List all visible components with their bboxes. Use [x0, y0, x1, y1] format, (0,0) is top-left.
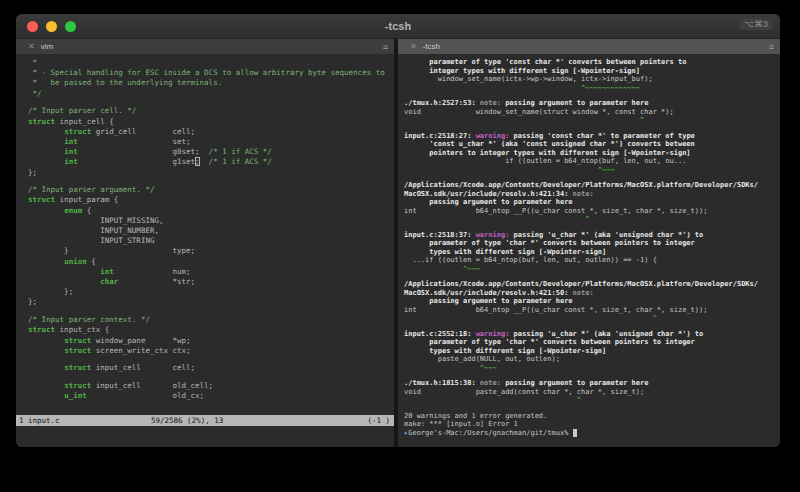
terminal-line — [28, 178, 394, 186]
terminal-line: }; — [28, 297, 394, 307]
pane-vim[interactable]: ✕ vim ≡ * * - Special handling for ESC i… — [16, 39, 394, 447]
terminal-line: int g0set; /* 1 if ACS */ — [28, 147, 394, 157]
terminal-line: 20 warnings and 1 error generated. — [404, 412, 780, 421]
terminal-line — [28, 356, 394, 364]
vim-empty-area — [16, 426, 394, 447]
terminal-line: ^~~~ — [404, 265, 780, 274]
zoom-button[interactable] — [65, 21, 76, 32]
terminal-line: * - Special handling for ESC inside a DC… — [28, 68, 394, 78]
vim-buffer[interactable]: * * - Special handling for ESC inside a … — [16, 55, 394, 415]
terminal-line: MacOSX.sdk/usr/include/resolv.h:421:34: … — [404, 190, 780, 199]
terminal-line: int b64_ntop __P((u_char const *, size_t… — [404, 306, 780, 315]
terminal-line: int b64_ntop __P((u_char const *, size_t… — [404, 207, 780, 216]
minimize-button[interactable] — [46, 21, 57, 32]
terminal-line — [404, 224, 780, 231]
terminal-line: input.c:2518:27: warning: passing 'const… — [404, 132, 780, 141]
close-pane-icon[interactable]: ✕ — [28, 42, 35, 51]
pane-shell-titlebar[interactable]: ✕ -tcsh ≡ — [398, 39, 780, 55]
shell-output[interactable]: parameter of type 'const char *' convert… — [398, 55, 780, 447]
terminal-line — [404, 174, 780, 181]
terminal-line: /* Input parser cell. */ — [28, 106, 394, 116]
terminal-line: union { — [28, 257, 394, 267]
terminal-line: ./tmux.h:1815:38: note: passing argument… — [404, 379, 780, 388]
pane-vim-title: vim — [41, 42, 53, 51]
terminal-line: /* Input parser argument. */ — [28, 185, 394, 195]
traffic-lights — [16, 21, 76, 32]
terminal-line: ^ — [404, 396, 780, 405]
terminal-line: INPUT_STRING — [28, 236, 394, 246]
terminal-line: struct input_cell cell; — [28, 363, 394, 373]
terminal-line: } type; — [28, 246, 394, 256]
vim-status-right: (-1 ) — [367, 415, 390, 426]
terminal-line: input.c:2518:37: warning: passing 'u_cha… — [404, 231, 780, 240]
terminal-line: window_set_name(ictx->wp->window, ictx->… — [404, 75, 780, 84]
terminal-line — [404, 323, 780, 330]
terminal-line: ^ — [404, 314, 780, 323]
terminal-line: struct input_param { — [28, 195, 394, 205]
pane-shell[interactable]: ✕ -tcsh ≡ parameter of type 'const char … — [398, 39, 780, 447]
terminal-line: struct window_pane *wp; — [28, 336, 394, 346]
terminal-line: ...if ((outlen = b64_ntop(buf, len, out,… — [404, 256, 780, 265]
terminal-line — [404, 405, 780, 412]
terminal-line: types with different sign [-Wpointer-sig… — [404, 248, 780, 257]
terminal-line: parameter of type 'char *' converts betw… — [404, 338, 780, 347]
terminal-line — [28, 99, 394, 107]
terminal-line — [404, 273, 780, 280]
split-panes: ✕ vim ≡ * * - Special handling for ESC i… — [16, 39, 780, 447]
hamburger-menu-icon[interactable]: ≡ — [769, 42, 774, 52]
terminal-line: passing argument to parameter here — [404, 297, 780, 306]
terminal-line: ^~~~~~~~~~~~~~ — [404, 84, 780, 93]
terminal-window: -tcsh ⌥⌘3 ✕ vim ≡ * * - Special handling… — [16, 14, 780, 447]
vim-status-filename: 1 input.c — [19, 415, 60, 426]
terminal-line: }; — [28, 287, 394, 297]
terminal-line — [28, 308, 394, 316]
terminal-line: /Applications/Xcode.app/Contents/Develop… — [404, 280, 780, 289]
terminal-line — [404, 125, 780, 132]
pane-shell-title: -tcsh — [423, 42, 440, 51]
terminal-line: input.c:2552:18: warning: passing 'u_cha… — [404, 330, 780, 339]
terminal-line: struct screen_write_ctx ctx; — [28, 346, 394, 356]
terminal-line — [28, 374, 394, 382]
terminal-line: enum { — [28, 206, 394, 216]
close-button[interactable] — [27, 21, 38, 32]
terminal-line: make: *** [input.o] Error 1 — [404, 420, 780, 429]
terminal-line: }; — [28, 168, 394, 178]
terminal-line: if ((outlen = b64_ntop(buf, len, out, ou… — [404, 157, 780, 166]
terminal-line: */ — [28, 89, 394, 99]
terminal-line: integer types with different sign [-Wpoi… — [404, 67, 780, 76]
vim-statusline: 1 input.c 59/2586 (2%), 13 (-1 ) — [16, 415, 394, 426]
pane-vim-titlebar[interactable]: ✕ vim ≡ — [16, 39, 394, 55]
terminal-line: void paste_add(const char *, char *, siz… — [404, 388, 780, 397]
terminal-line — [404, 92, 780, 99]
terminal-line: ^~~~ — [404, 364, 780, 373]
terminal-line: int num; — [28, 267, 394, 277]
terminal-line: struct input_cell old_cell; — [28, 381, 394, 391]
terminal-line: struct input_ctx { — [28, 325, 394, 335]
terminal-line: int g1set; /* 1 if ACS */ — [28, 157, 394, 167]
terminal-line: * be passed to the underlying terminals. — [28, 78, 394, 88]
terminal-line: int set; — [28, 137, 394, 147]
window-titlebar[interactable]: -tcsh ⌥⌘3 — [16, 14, 780, 39]
terminal-line: INPUT_NUMBER, — [28, 226, 394, 236]
terminal-line: 'const u_char *' (aka 'const unsigned ch… — [404, 140, 780, 149]
vim-status-position: 59/2586 (2%), 13 — [151, 415, 223, 426]
terminal-line: /* Input parser context. */ — [28, 315, 394, 325]
terminal-line: struct grid_cell cell; — [28, 127, 394, 137]
terminal-line: ▸George's-Mac:/Users/gnachman/git/tmux% — [404, 429, 780, 438]
terminal-line: passing argument to parameter here — [404, 198, 780, 207]
terminal-line: char *str; — [28, 277, 394, 287]
window-title: -tcsh — [16, 20, 780, 32]
hamburger-menu-icon[interactable]: ≡ — [383, 42, 388, 52]
terminal-line: MacOSX.sdk/usr/include/resolv.h:421:50: … — [404, 289, 780, 298]
terminal-line: u_int old_cx; — [28, 391, 394, 401]
terminal-line: parameter of type 'char *' converts betw… — [404, 239, 780, 248]
terminal-line: pointers to integer types with different… — [404, 149, 780, 158]
tab-shortcut-badge: ⌥⌘3 — [740, 18, 772, 30]
terminal-line: ^ — [404, 116, 780, 125]
terminal-line: INPUT_MISSING, — [28, 216, 394, 226]
terminal-line — [404, 372, 780, 379]
terminal-line: * — [28, 58, 394, 68]
terminal-line: parameter of type 'const char *' convert… — [404, 58, 780, 67]
close-pane-icon[interactable]: ✕ — [410, 42, 417, 51]
terminal-line: ^ — [404, 215, 780, 224]
